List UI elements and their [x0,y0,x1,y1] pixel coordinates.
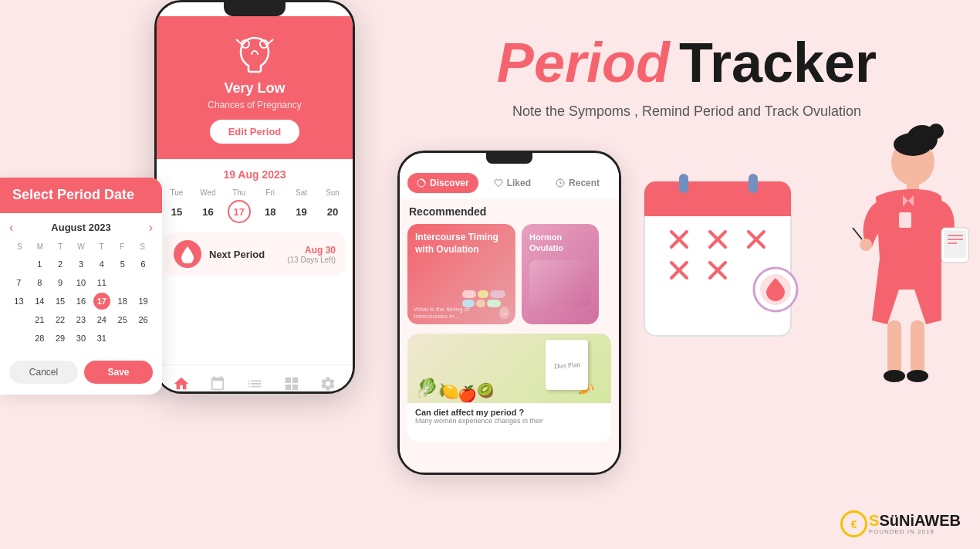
prev-month-button[interactable]: ‹ [9,221,13,235]
svg-rect-8 [644,201,791,216]
title-period: Period [497,31,670,94]
select-period-title: Select Period Date [12,187,150,204]
calendar-day-names: S M T W T F S [9,241,153,252]
uterus-icon [231,32,278,74]
right-section: Period Tracker Note the Sympoms , Remind… [394,0,980,549]
nav-settings-icon[interactable] [317,373,339,394]
mini-calendar-header: ‹ August 2023 › [9,221,153,235]
week-day-sun: Sun 20 [320,188,345,223]
tab-discover[interactable]: Discover [407,173,478,193]
next-period-days-remaining: (13 Days Left) [287,256,336,264]
mini-calendar: ‹ August 2023 › S M T W T F S 1 2 [0,213,162,354]
save-button[interactable]: Save [84,361,153,384]
main-phone: Very Low Chances of Pregnancy Edit Perio… [154,0,355,394]
blood-drop-icon [174,240,201,268]
next-month-button[interactable]: › [149,221,153,235]
diet-plan-card[interactable]: 🥬 🍋 🍎 🥝 🍌 Diet Plan Can diet affect my [407,334,611,442]
svg-point-38 [907,370,928,382]
discover-phone-notch [486,153,532,164]
page-container: Very Low Chances of Pregnancy Edit Perio… [0,0,980,549]
tab-recent[interactable]: Recent [546,173,609,193]
title-row: Period Tracker [497,31,877,94]
nav-calendar-icon[interactable] [207,373,228,394]
phone-notch [224,2,286,16]
svg-point-33 [860,239,872,251]
person-illustration [822,104,976,398]
svg-point-26 [894,133,932,156]
person-svg [822,104,976,398]
week-day-tue: Tue 15 [164,188,189,223]
cards-row: Intercourse Timing with Ovulation [400,221,619,327]
next-period-label: Next Period [209,249,279,260]
recommended-label: Recommended [400,199,619,221]
svg-rect-35 [887,320,901,374]
svg-line-3 [268,39,273,44]
panel-action-buttons: Cancel Save [0,354,162,395]
nav-home-icon[interactable] [171,373,192,394]
discover-tabs: Discover Liked Recent [400,164,619,199]
next-period-date: Aug 30 [287,245,336,256]
svg-point-24 [928,124,944,139]
nav-list-icon[interactable] [244,373,265,394]
pregnancy-label: Chances of Pregnancy [208,100,301,110]
cancel-button[interactable]: Cancel [9,361,78,384]
app-subtitle: Note the Sympoms , Remind Period and Tra… [512,103,861,120]
intercourse-card[interactable]: Intercourse Timing with Ovulation [407,224,515,324]
left-section: Very Low Chances of Pregnancy Edit Perio… [0,0,394,549]
svg-rect-36 [911,320,924,374]
phone-top-section: Very Low Chances of Pregnancy Edit Perio… [157,16,353,159]
calendar-month-label: August 2023 [51,222,110,233]
tab-liked[interactable]: Liked [485,173,540,193]
discover-phone: Discover Liked Recent Recommended [397,151,621,475]
svg-rect-10 [749,174,758,193]
select-period-header: Select Period Date [0,178,162,213]
week-day-sat: Sat 19 [289,188,314,223]
week-day-wed: Wed 16 [195,188,220,223]
select-period-panel: Select Period Date ‹ August 2023 › S M T… [0,178,162,395]
hormone-card[interactable]: Hormon Ovulatio [522,224,599,324]
phone-calendar-section: 19 Aug 2023 Tue 15 Wed 16 Thu [157,159,353,364]
intercourse-card-sub: What is the timing of Intercourses in...… [407,306,515,320]
next-period-row: Next Period Aug 30 (13 Days Left) [164,232,345,276]
svg-rect-29 [944,230,966,258]
watermark-logo: € [840,510,867,537]
nav-grid-icon[interactable] [281,373,302,394]
calendar-dates-grid: 1 2 3 4 5 6 7 8 9 10 11 13 14 15 16 [9,256,153,347]
week-day-thu[interactable]: Thu 17 [227,188,252,223]
hormone-card-title: Hormon Ovulatio [529,232,591,254]
diet-card-image: 🥬 🍋 🍎 🥝 🍌 Diet Plan [407,334,611,403]
svg-point-37 [884,370,905,382]
week-day-fri: Fri 18 [258,188,282,223]
calendar-illustration [637,158,806,374]
svg-line-2 [236,39,242,44]
edit-period-button[interactable]: Edit Period [210,120,300,144]
pregnancy-status: Very Low [224,80,285,97]
diet-card-info: Can diet affect my period ? Many women e… [407,403,611,429]
svg-line-34 [853,228,862,239]
svg-rect-9 [679,174,688,193]
svg-rect-39 [899,212,911,228]
current-date: 19 Aug 2023 [164,168,345,181]
title-tracker: Tracker [679,31,877,94]
calendar-svg [637,158,799,351]
intercourse-card-title: Intercourse Timing with Ovulation [415,232,508,256]
phone-bottom-nav [157,364,353,394]
diet-card-title: Can diet affect my period ? [415,408,603,417]
week-strip: Tue 15 Wed 16 Thu 17 Fri [164,188,345,223]
watermark: € SSüNiAWEB FOUNDED IN 2018 [840,510,961,537]
diet-card-subtitle: Many women experience changes in their [415,417,603,425]
watermark-brand: SSüNiAWEB FOUNDED IN 2018 [869,513,961,535]
